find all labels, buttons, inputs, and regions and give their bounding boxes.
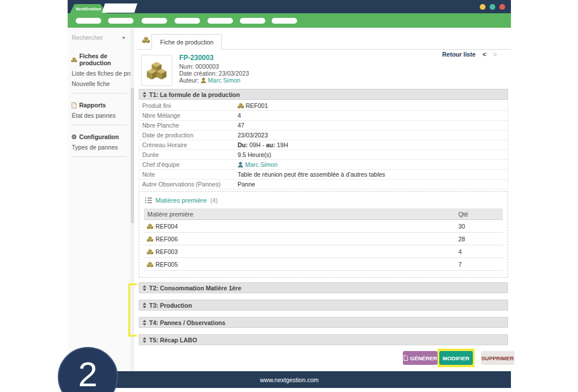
cubes-icon: [71, 57, 77, 63]
sidebar-item-liste-fiches[interactable]: Liste des fiches de produ...: [71, 70, 131, 77]
row-label: Durée: [139, 151, 238, 158]
section-title: T1: La formule de la production: [149, 91, 240, 98]
person-icon: [238, 162, 243, 167]
row-value: 9.5 Heure(s): [238, 151, 271, 158]
nav-item-redacted-5[interactable]: [208, 18, 233, 24]
sidebar-group-title: Configuration: [79, 133, 119, 140]
materials-table: Matière première Qté REF004 30 REF006 28…: [144, 208, 503, 271]
table-row: REF004 30: [144, 220, 503, 233]
section-header-t4[interactable]: T4: Pannes / Observations: [139, 317, 508, 328]
section-title: T5: Récap LABO: [149, 337, 197, 344]
search-placeholder: Rechercher: [72, 34, 103, 41]
prev-record-chevron[interactable]: <: [483, 51, 486, 58]
t1-detail-table: Produit fini REF001 Nbre Mélange 4 Nbre …: [139, 101, 508, 189]
material-link[interactable]: REF004: [155, 223, 178, 230]
delete-label: SUPPRIMER: [481, 355, 514, 361]
box-icon: [147, 262, 153, 267]
tab-label: Fiche de production: [160, 39, 213, 46]
sidebar-item-nouvelle-fiche[interactable]: Nouvelle fiche: [71, 80, 131, 87]
scrollbar-track[interactable]: [131, 28, 134, 371]
table-row: REF006 28: [144, 233, 503, 245]
footer-url: www.nextgestion.com: [260, 376, 319, 383]
app-window: NextGestion Rechercher Fiches de product…: [0, 0, 578, 392]
tab-fiche-de-production[interactable]: Fiche de production: [151, 34, 222, 50]
person-icon: [201, 77, 206, 83]
sidebar-group-title: Rapports: [79, 102, 106, 109]
highlight-box: MODIFIER: [438, 349, 475, 367]
materials-title-row: Matières première (4): [145, 197, 503, 204]
sidebar-item-types-pannes[interactable]: Types de pannes: [71, 144, 131, 151]
record-created: Date création: 23/03/2023: [179, 70, 249, 77]
team-lead-link[interactable]: Marc Simon: [245, 161, 277, 168]
divider: [71, 93, 127, 94]
material-link[interactable]: REF003: [155, 248, 178, 255]
generate-button[interactable]: GÉNÉRER: [403, 351, 438, 365]
table-row: Nbre Mélange 4: [139, 111, 507, 121]
box-icon: [147, 223, 153, 229]
redacted-browser-tab[interactable]: [102, 3, 137, 13]
row-value: 4: [238, 112, 241, 119]
table-row: Durée 9.5 Heure(s): [139, 150, 507, 160]
material-link[interactable]: REF006: [155, 236, 178, 242]
row-value: Panne: [238, 181, 255, 188]
row-value: 47: [238, 122, 244, 129]
back-to-list-link[interactable]: Retour liste: [442, 51, 476, 58]
product-link[interactable]: REF001: [246, 102, 268, 109]
brand-tab[interactable]: NextGestion: [70, 4, 107, 13]
row-label: Note: [139, 171, 238, 178]
minimize-dot[interactable]: [480, 4, 486, 10]
search-input[interactable]: Rechercher: [71, 33, 127, 44]
sidebar-item-etat-pannes[interactable]: État des pannes: [71, 112, 131, 119]
row-value: Table de réunion peut être assemblée à d…: [238, 171, 385, 178]
next-record-chevron: >: [493, 51, 497, 58]
nav-item-redacted-4[interactable]: [175, 18, 200, 24]
nav-item-redacted-1[interactable]: [76, 18, 101, 24]
table-row: Chef d'équipe Marc Simon: [139, 160, 507, 170]
row-label: Chef d'équipe: [139, 161, 238, 168]
table-row: REF005 7: [144, 258, 503, 271]
author-link[interactable]: Marc Simon: [208, 77, 240, 84]
sidebar-group-rapports: Rapports: [71, 102, 131, 109]
maximize-dot[interactable]: [490, 4, 495, 10]
row-label: Nbre Mélange: [139, 112, 238, 119]
nav-item-redacted-6[interactable]: [240, 18, 265, 24]
list-icon: [145, 197, 152, 203]
section-header-t2[interactable]: T2: Consommation Matière 1ère: [139, 282, 508, 293]
modify-button[interactable]: MODIFIER: [439, 351, 473, 365]
row-value: 23/03/2023: [238, 132, 268, 139]
annotation-bracket: [128, 283, 130, 337]
generate-doc-icon: [403, 355, 408, 361]
section-header-t1[interactable]: T1: La formule de la production: [139, 89, 508, 100]
section-title: T4: Pannes / Observations: [149, 319, 225, 326]
table-row: Créneau Horaire Du:09H - au:19H: [139, 140, 507, 150]
box-icon: [147, 249, 153, 255]
row-label: Date de production: [139, 132, 238, 139]
main-nav-bar: [68, 13, 511, 28]
material-link[interactable]: REF005: [155, 261, 178, 268]
section-header-t3[interactable]: T3: Production: [139, 300, 508, 311]
column-header-name: Matière première: [144, 211, 458, 218]
traffic-lights: [480, 4, 505, 10]
material-qty: 30: [458, 223, 503, 230]
row-label: Créneau Horaire: [139, 141, 238, 148]
table-row: Note Table de réunion peut être assemblé…: [139, 170, 507, 180]
section-header-t5[interactable]: T5: Récap LABO: [139, 334, 508, 345]
sort-icon: [143, 320, 146, 326]
section-title: T3: Production: [149, 302, 192, 309]
record-navigation: Retour liste < >: [442, 51, 497, 58]
divider: [71, 156, 127, 157]
material-qty: 4: [458, 248, 503, 255]
section-title: T2: Consommation Matière 1ère: [149, 285, 241, 292]
gear-icon: ⚙: [71, 134, 77, 140]
sort-icon: [143, 285, 146, 291]
close-dot[interactable]: [499, 4, 505, 10]
scrollbar-thumb[interactable]: [131, 88, 134, 223]
cubes-icon: [142, 36, 150, 43]
material-qty: 7: [458, 261, 503, 268]
table-row: Date de production 23/03/2023: [139, 130, 507, 140]
nav-item-redacted-2[interactable]: [108, 18, 134, 24]
table-row: Autre Observations (Pannes) Panne: [139, 180, 507, 189]
delete-button[interactable]: SUPPRIMER: [481, 351, 514, 365]
nav-item-redacted-3[interactable]: [142, 18, 167, 24]
nav-item-redacted-7[interactable]: [272, 18, 297, 24]
